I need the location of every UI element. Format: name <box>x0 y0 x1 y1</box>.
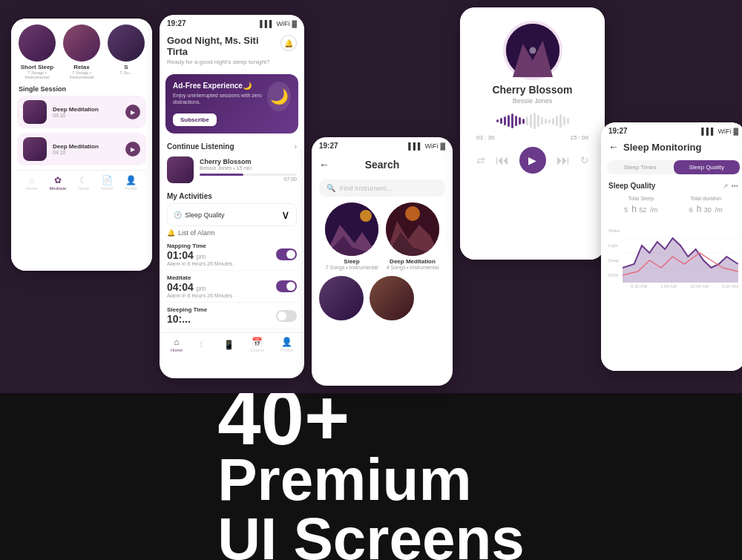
short-sleep-thumb <box>19 24 56 62</box>
nav-meditate[interactable]: ✿ Meditate <box>49 175 66 191</box>
nav2-profile-label: Profile <box>280 348 293 352</box>
nav2-profile[interactable]: 👤 Profile <box>280 337 293 352</box>
play-btn-2[interactable]: ▶ <box>125 142 140 157</box>
continue-name: Cherry Blossom <box>200 158 297 165</box>
session-item-2[interactable]: Deep Meditation 04.10 ▶ <box>17 133 146 165</box>
continue-item[interactable]: Cherry Blossom Beissle Jones • 15 min 07… <box>160 154 304 189</box>
play-pause-button[interactable]: ▶ <box>519 147 546 174</box>
single-session-title: Single Session <box>17 85 146 93</box>
shuffle-icon[interactable]: ⇄ <box>476 154 485 166</box>
alarm-meditate-info: Meditate 04:04 pm Alarm in 8 Hours 26 Mi… <box>167 274 232 298</box>
chart-time-4: 5:00 AM <box>722 284 738 289</box>
repeat-icon[interactable]: ↻ <box>580 154 589 166</box>
meditate-icon: ✿ <box>54 175 62 185</box>
greeting-info: Good Night, Ms. Siti Tirta Ready for a g… <box>167 35 280 65</box>
prev-icon[interactable]: ⏮ <box>496 153 509 168</box>
ad-content: Ad-Free Experience🌙 Enjoy uninterrupted … <box>173 82 267 126</box>
search-input-wrap[interactable]: 🔍 Find Instrument... <box>319 179 445 197</box>
signal3-icon: ▌▌▌ <box>408 142 422 150</box>
s-thumb <box>108 24 145 62</box>
screen-goodnight: 19:27 ▌▌▌ WiFi ▓ Good Night, Ms. Siti Ti… <box>160 15 304 378</box>
top-section: Short Sleep 7 Songs • Instrumental Relax… <box>0 0 742 393</box>
bell-icon[interactable]: 🔔 <box>280 35 297 51</box>
status-icons-5: ▌▌▌ WiFi ▓ <box>701 128 738 135</box>
wave-bar-7 <box>522 119 525 124</box>
nav-profile[interactable]: 👤 Profile <box>125 175 137 191</box>
alarm-napping-sub: Alarm in 6 Hours 26 Minutes <box>167 261 232 266</box>
session-time-2: 04.10 <box>53 150 119 155</box>
chart-svg-area <box>623 223 738 283</box>
instrument-sleep[interactable]: Sleep 7 Songs • Instrumental <box>325 202 378 270</box>
nav-article[interactable]: 📄 Article <box>101 175 114 191</box>
tab-sleep-quality[interactable]: Sleep Quality <box>674 160 741 174</box>
nav-home[interactable]: ⌂ Home <box>26 175 38 191</box>
tab-sleep-times[interactable]: Sleep Times <box>607 160 674 174</box>
wave-bar-13 <box>545 119 547 124</box>
instrument-circles: Sleep 7 Songs • Instrumental Deep Medita… <box>312 202 453 276</box>
album-art <box>503 21 562 80</box>
article-icon: 📄 <box>102 175 113 185</box>
nav2-home[interactable]: ⌂ Home <box>171 337 183 352</box>
battery3-icon: ▓ <box>440 142 445 150</box>
sleep-quality-section-title: Sleep Quality <box>608 182 655 190</box>
wave-bar-9 <box>530 114 532 128</box>
wave-bar-2 <box>504 116 506 125</box>
alarm-meditate[interactable]: Meditate 04:04 pm Alarm in 8 Hours 26 Mi… <box>167 271 297 303</box>
bottom-nav-2: ⌂ Home ☾ 📱 📅 Events 👤 Profile <box>160 332 304 356</box>
instr-extra-1[interactable] <box>319 276 364 320</box>
deep-circle <box>386 202 439 256</box>
alarm-napping[interactable]: Napping Time 01:04 pm Alarm in 6 Hours 2… <box>167 239 297 271</box>
nav2-moon[interactable]: ☾ <box>199 340 207 350</box>
player-artist: Bessie Jones <box>467 97 597 105</box>
toggle-sleeping[interactable] <box>276 310 297 322</box>
chart-time-1: 8:30 PM <box>631 284 647 289</box>
category-short-sleep[interactable]: Short Sleep 7 Songs • Instrumental <box>17 24 57 79</box>
nav-sleep[interactable]: ☾ Sleep <box>78 175 89 191</box>
nav2-events-label: Events <box>251 348 264 352</box>
wave-bar-10 <box>533 113 536 129</box>
more-icon[interactable]: ••• <box>732 182 738 190</box>
alarm-sleeping[interactable]: Sleeping Time 10:... <box>167 303 297 329</box>
alarm-napping-name: Napping Time <box>167 243 232 249</box>
subscribe-button[interactable]: Subscribe <box>173 113 217 126</box>
next-icon[interactable]: ⏭ <box>556 153 570 168</box>
wifi-icon: WiFi <box>276 20 289 27</box>
instrument-deep[interactable]: Deep Meditation 4 Songs • Instrumental <box>386 202 439 270</box>
continue-title: Continue Listening <box>167 142 234 151</box>
wifi3-icon: WiFi <box>424 142 438 150</box>
nav2-events[interactable]: 📅 Events <box>251 337 264 352</box>
chevron-right-icon[interactable]: › <box>295 142 297 151</box>
alarm-sleeping-time: 10:... <box>167 313 207 325</box>
session-info-1: Deep Meditation 04.10 <box>53 106 119 118</box>
toggle-meditate[interactable] <box>276 280 297 292</box>
nav-sleep-label: Sleep <box>78 186 89 191</box>
session-thumb-2 <box>23 137 47 161</box>
nav2-home-label: Home <box>171 348 183 352</box>
label-light: Light <box>608 243 620 248</box>
back-arrow-icon[interactable]: ← <box>319 159 329 171</box>
relax-thumb <box>63 24 100 62</box>
session-item-1[interactable]: Deep Meditation 04.10 ▶ <box>17 96 146 128</box>
chart-time-2: 1:00 AM <box>660 284 677 289</box>
greeting-section: Good Night, Ms. Siti Tirta Ready for a g… <box>160 30 304 70</box>
signal5-icon: ▌▌▌ <box>701 128 715 135</box>
player-inner: Cherry Blossom Bessie Jones 03 : 30 15 :… <box>460 7 605 260</box>
status-time-3: 19:27 <box>319 142 338 150</box>
sleep-quality-label: 🕐 Sleep Quality <box>174 211 225 219</box>
sleep-instr-label: Sleep <box>325 258 378 265</box>
svg-point-10 <box>529 47 536 54</box>
headline-row: 40+ <box>217 384 349 450</box>
sleep-quality-dropdown[interactable]: 🕐 Sleep Quality ∨ <box>167 203 297 226</box>
instr-extra-2[interactable] <box>370 276 414 320</box>
continue-thumb <box>167 157 194 183</box>
status-bar-2: 19:27 ▌▌▌ WiFi ▓ <box>160 15 304 30</box>
category-s[interactable]: S 7 So... <box>106 24 146 79</box>
share-icon[interactable]: ↗ <box>723 182 729 190</box>
play-btn-1[interactable]: ▶ <box>125 105 140 119</box>
back-arrow-5-icon[interactable]: ← <box>608 141 619 153</box>
nav2-phone[interactable]: 📱 <box>223 340 234 350</box>
wave-bar-17 <box>559 114 562 128</box>
toggle-napping[interactable] <box>276 248 297 260</box>
category-relax[interactable]: Relax 7 Songs • Instrumental <box>62 24 102 79</box>
svg-point-3 <box>360 210 372 222</box>
